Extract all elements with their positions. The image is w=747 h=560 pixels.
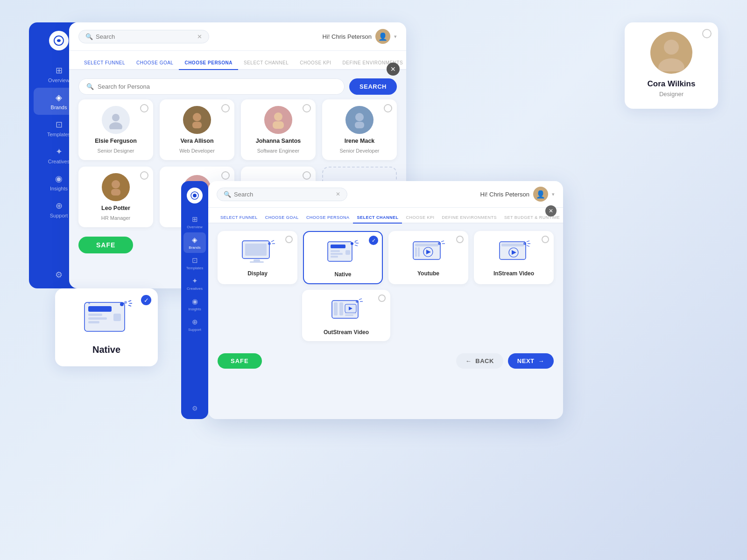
persona-radio-vera[interactable] [221,104,230,112]
channel-radio-youtube[interactable] [456,236,464,243]
channel-card-instream[interactable]: InStream Video [474,231,554,284]
window-header-front: 🔍 ✕ Hi! Chris Peterson 👤 ▾ [208,181,563,208]
sidebar2-item-insights[interactable]: ◉ Insights [181,294,208,315]
persona-card-vera[interactable]: Vera Allison Web Developer [160,99,234,160]
next-button[interactable]: NEXT → [508,353,554,369]
persona-radio-leo[interactable] [140,171,148,180]
step-goal-front[interactable]: CHOOSE GOAL [261,212,303,224]
svg-point-42 [351,242,353,245]
channel-card-display[interactable]: Display [218,231,297,284]
safe-button-back[interactable]: SAFE [78,237,133,253]
channel-radio-display[interactable] [285,236,293,243]
channel-check-native: ✓ [369,236,378,245]
s2-support-icon: ⊕ [192,318,198,326]
step-env-front[interactable]: DEFINE ENVIRONMENTS [438,212,500,224]
close-button-back[interactable]: ✕ [387,63,400,76]
sidebar2-logo [187,188,203,203]
svg-rect-66 [339,302,343,315]
persona-name-leo: Leo Potter [101,205,130,211]
svg-rect-38 [331,250,340,252]
step-channel-front[interactable]: SELECT CHANNEL [353,212,402,224]
profile-title: Designer [659,91,684,98]
user-info-back: Hi! Chris Peterson 👤 ▾ [323,29,397,44]
step-persona-front[interactable]: CHOOSE PERSONA [303,212,353,224]
s2-brands-icon: ◈ [192,236,197,244]
sidebar2-item-templates[interactable]: ⊡ Templates [181,253,208,273]
search-icon-persona: 🔍 [86,83,94,90]
svg-point-13 [664,40,679,55]
search-clear-front[interactable]: ✕ [336,191,340,197]
step-kpi-back[interactable]: CHOOSE KPI [294,56,337,70]
channel-label-instream: InStream Video [493,270,534,277]
chevron-down-icon-back: ▾ [394,34,397,40]
chevron-down-icon-front: ▾ [552,191,555,197]
step-persona-back[interactable]: CHOOSE PERSONA [179,56,238,70]
persona-search-input[interactable] [98,83,337,90]
svg-rect-68 [345,313,356,314]
svg-line-24 [128,301,131,301]
persona-role-irene: Senior Developer [340,148,380,154]
svg-rect-19 [88,321,99,323]
persona-role-vera: Web Developer [179,148,215,154]
persona-card-leo[interactable]: Leo Potter HR Manager [78,167,153,227]
sidebar2-item-support[interactable]: ⊕ Support [181,315,208,335]
arrow-left-icon: ← [465,357,472,364]
creatives-icon: ✦ [56,147,63,157]
channel-radio-outstream[interactable] [378,294,386,302]
persona-card-elsie[interactable]: Elsie Ferguson Senior Designer [78,99,153,160]
persona-card-johanna[interactable]: Johanna Santos Software Engineer [241,99,316,160]
sidebar2-item-creatives[interactable]: ✦ Creatives [181,273,208,294]
persona-search-container: 🔍 [78,78,345,95]
step-funnel-front[interactable]: SELECT FUNNEL [217,212,261,224]
persona-radio-empty1[interactable] [303,171,311,180]
sidebar-front: ⊞ Overview ◈ Brands ⊡ Templates ✦ Creati… [181,181,208,419]
persona-radio-elsie[interactable] [140,104,148,112]
s2-settings-icon[interactable]: ⚙ [192,405,198,412]
close-button-front[interactable]: ✕ [545,205,557,217]
persona-avatar-johanna [264,106,292,134]
back-button[interactable]: ← BACK [456,353,503,369]
persona-radio-johanna[interactable] [303,104,311,112]
channel-radio-instream[interactable] [542,236,549,243]
sidebar2-item-overview[interactable]: ⊞ Overview [181,212,208,232]
svg-line-44 [355,240,358,241]
support-icon: ⊕ [56,201,63,211]
settings-icon[interactable]: ⚙ [55,270,63,280]
channel-card-native[interactable]: ✓ Native [303,231,383,284]
sidebar2-item-brands[interactable]: ◈ Brands [183,232,206,253]
search-clear-back[interactable]: ✕ [197,33,202,40]
persona-search-button[interactable]: SEARCH [349,78,397,95]
svg-rect-69 [345,315,353,316]
search-input-front[interactable] [234,191,333,198]
channel-card-outstream[interactable]: OutStream Video [302,290,390,341]
s2-templates-icon: ⊡ [192,256,198,265]
persona-role-johanna: Software Engineer [257,148,300,154]
channel-card-youtube[interactable]: Youtube [388,231,468,284]
step-channel-back[interactable]: SELECT CHANNEL [238,56,294,70]
step-goal-back[interactable]: CHOOSE GOAL [131,56,179,70]
search-bar-back[interactable]: 🔍 ✕ [78,30,209,43]
search-input-back[interactable] [96,33,194,40]
step-kpi-front[interactable]: CHOOSE KPI [402,212,438,224]
channel-label-native: Native [334,271,351,278]
overview-icon: ⊞ [56,65,63,76]
svg-rect-4 [192,122,202,128]
svg-rect-37 [331,245,345,248]
window-header-back: 🔍 ✕ Hi! Chris Peterson 👤 ▾ [69,22,406,51]
persona-card-irene[interactable]: Irene Mack Senior Developer [322,99,397,160]
persona-radio-irene[interactable] [384,104,392,112]
persona-avatar-vera [183,106,211,134]
user-info-front: Hi! Chris Peterson 👤 ▾ [480,187,555,202]
search-icon-back: 🔍 [85,33,93,40]
step-funnel-back[interactable]: SELECT FUNNEL [78,56,131,70]
persona-avatar-elsie [102,106,130,134]
search-bar-front[interactable]: 🔍 ✕ [217,188,347,201]
native-icon [324,239,362,266]
svg-point-1 [112,114,120,121]
s2-creatives-icon: ✦ [192,277,198,285]
safe-button-front[interactable]: SAFE [218,353,262,369]
persona-name-elsie: Elsie Ferguson [95,138,137,144]
profile-radio[interactable] [702,29,712,38]
persona-radio-partial[interactable] [221,171,230,180]
persona-role-elsie: Senior Designer [98,148,134,154]
